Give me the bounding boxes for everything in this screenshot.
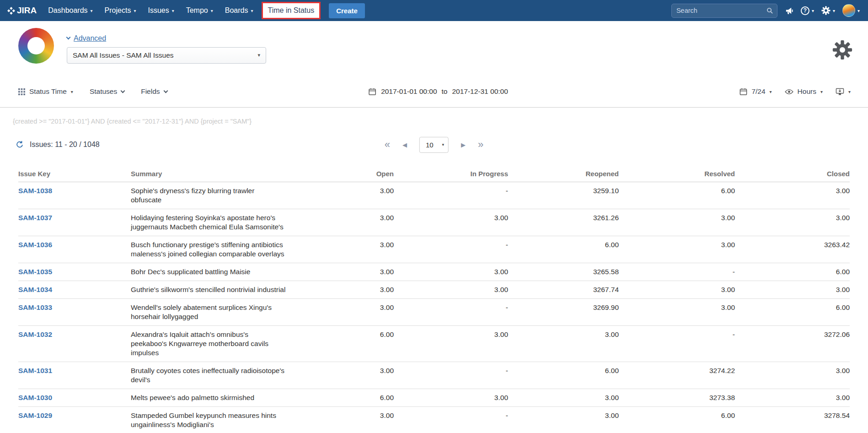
help-menu-button[interactable]: ? ▾ <box>801 6 814 15</box>
status-time-value: 3.00 <box>300 236 394 263</box>
status-time-value: - <box>619 326 735 362</box>
status-time-value: 6.00 <box>735 263 850 281</box>
jira-logo[interactable]: JIRA <box>7 5 37 16</box>
issue-summary: Sophie's dryness's fizzy blurring trawle… <box>131 182 300 209</box>
admin-menu-button[interactable]: ▾ <box>821 6 835 15</box>
issue-key-link[interactable]: SAM-1032 <box>18 330 52 338</box>
statuses-menu[interactable]: Statuses <box>90 87 124 96</box>
table-row: SAM-1036Busch functionary prestige's sti… <box>18 236 850 263</box>
export-menu[interactable]: ▾ <box>836 88 851 96</box>
status-time-value: - <box>394 182 508 209</box>
statuses-label: Statuses <box>90 87 117 96</box>
issue-key-link[interactable]: SAM-1029 <box>18 411 52 419</box>
status-time-value: 6.00 <box>619 182 735 209</box>
issue-key-link[interactable]: SAM-1031 <box>18 367 52 374</box>
status-time-value: 3.00 <box>619 209 735 236</box>
status-time-value: 3.00 <box>394 326 508 362</box>
column-header-reopened: Reopened <box>508 165 619 182</box>
jira-logo-icon <box>7 7 15 15</box>
create-button[interactable]: Create <box>329 3 365 18</box>
advanced-link[interactable]: Advanced <box>67 34 106 43</box>
nav-item-label: Dashboards <box>48 6 87 15</box>
nav-item-label: Projects <box>105 6 131 15</box>
nav-item-time-in-status[interactable]: Time in Status <box>262 2 321 19</box>
table-row: SAM-1030Melts pewee's ado palmetto skirm… <box>18 389 850 407</box>
report-toolbar: Status Time ▾ Statuses Fields 2017-01-01… <box>0 83 868 100</box>
grid-icon <box>18 88 25 95</box>
nav-menu: Dashboards▾ Projects▾ Issues▾ Tempo▾ Boa… <box>42 0 323 21</box>
calendar-icon <box>739 88 747 96</box>
status-time-value: 6.00 <box>508 362 619 389</box>
status-time-value: 3265.58 <box>508 263 619 281</box>
issue-key-link[interactable]: SAM-1034 <box>18 286 52 293</box>
status-time-value: 3263.42 <box>735 236 850 263</box>
refresh-button[interactable] <box>16 141 24 149</box>
nav-item-dashboards[interactable]: Dashboards▾ <box>42 0 98 21</box>
status-time-value: 3.00 <box>735 182 850 209</box>
status-time-value: 3259.10 <box>508 182 619 209</box>
issue-key-link[interactable]: SAM-1033 <box>18 303 52 311</box>
fields-menu[interactable]: Fields <box>141 87 167 96</box>
issue-key-link[interactable]: SAM-1035 <box>18 268 52 276</box>
calendar-mode-menu[interactable]: 7/24 ▾ <box>739 87 772 96</box>
page-size-value: 10 <box>426 141 434 149</box>
date-range-separator: to <box>442 87 448 96</box>
next-page-button[interactable]: ▶ <box>461 142 466 148</box>
search-icon[interactable] <box>766 7 773 14</box>
calendar-mode-label: 7/24 <box>751 87 765 96</box>
status-time-value: 3.00 <box>394 209 508 236</box>
status-time-value: 3261.26 <box>508 209 619 236</box>
search-input[interactable] <box>672 7 777 14</box>
issues-table-wrap: Issue Key Summary Open In Progress Reope… <box>18 165 850 433</box>
status-time-value: 3.00 <box>508 407 619 433</box>
status-time-value: 3.00 <box>735 362 850 389</box>
caret-down-icon: ▾ <box>211 8 213 13</box>
table-row: SAM-1031Brutally coyotes cotes ineffectu… <box>18 362 850 389</box>
calendar-icon <box>369 88 376 96</box>
saved-filter-select[interactable]: SAM All Issues - SAM All Issues ▾ <box>67 47 266 64</box>
nav-item-tempo[interactable]: Tempo▾ <box>180 0 219 21</box>
caret-down-icon: ▾ <box>770 89 772 94</box>
status-time-value: 3274.22 <box>619 362 735 389</box>
top-nav: JIRA Dashboards▾ Projects▾ Issues▾ Tempo… <box>0 0 868 21</box>
caret-down-icon: ▾ <box>820 89 823 94</box>
pager: « ◀ 10 ▾ ▶ » <box>385 137 484 153</box>
caret-down-icon: ▾ <box>71 89 73 94</box>
nav-item-label: Issues <box>148 6 169 15</box>
page-size-select[interactable]: 10 ▾ <box>419 137 449 153</box>
nav-item-label: Time in Status <box>268 6 315 15</box>
status-time-value: 3.00 <box>300 281 394 299</box>
announcements-button[interactable] <box>785 6 793 15</box>
status-time-value: - <box>394 299 508 326</box>
nav-item-label: Tempo <box>186 6 208 15</box>
settings-gear-button[interactable] <box>832 40 852 62</box>
prev-page-button[interactable]: ◀ <box>402 142 407 148</box>
user-menu-button[interactable]: ▾ <box>842 4 860 17</box>
advanced-label: Advanced <box>74 34 106 43</box>
column-header-open: Open <box>300 165 394 182</box>
first-page-button[interactable]: « <box>385 140 390 150</box>
nav-item-boards[interactable]: Boards▾ <box>219 0 259 21</box>
jira-logo-text: JIRA <box>17 5 37 16</box>
nav-item-projects[interactable]: Projects▾ <box>99 0 142 21</box>
nav-item-label: Boards <box>225 6 248 15</box>
column-header-in-progress: In Progress <box>394 165 508 182</box>
status-time-menu[interactable]: Status Time ▾ <box>18 87 73 96</box>
units-menu[interactable]: Hours ▾ <box>785 87 823 96</box>
issue-key-link[interactable]: SAM-1030 <box>18 394 52 401</box>
issue-key-link[interactable]: SAM-1036 <box>18 241 52 249</box>
toolbar-right-group: 7/24 ▾ Hours ▾ ▾ <box>739 87 851 96</box>
table-row: SAM-1032Alexandra's Iqaluit attach's omn… <box>18 326 850 362</box>
units-label: Hours <box>798 87 816 96</box>
status-time-value: 3.00 <box>300 263 394 281</box>
issue-key-link[interactable]: SAM-1037 <box>18 214 52 222</box>
issue-summary: Alexandra's Iqaluit attach's omnibus's p… <box>131 326 300 362</box>
help-icon: ? <box>801 6 809 15</box>
last-page-button[interactable]: » <box>478 140 483 150</box>
nav-item-issues[interactable]: Issues▾ <box>142 0 180 21</box>
issues-info: Issues: 11 - 20 / 1048 <box>16 141 100 149</box>
date-range-picker[interactable]: 2017-01-01 00:00 to 2017-12-31 00:00 <box>369 87 508 96</box>
issue-key-link[interactable]: SAM-1038 <box>18 187 52 195</box>
pagination-row: Issues: 11 - 20 / 1048 « ◀ 10 ▾ ▶ » <box>0 136 868 153</box>
fields-label: Fields <box>141 87 160 96</box>
